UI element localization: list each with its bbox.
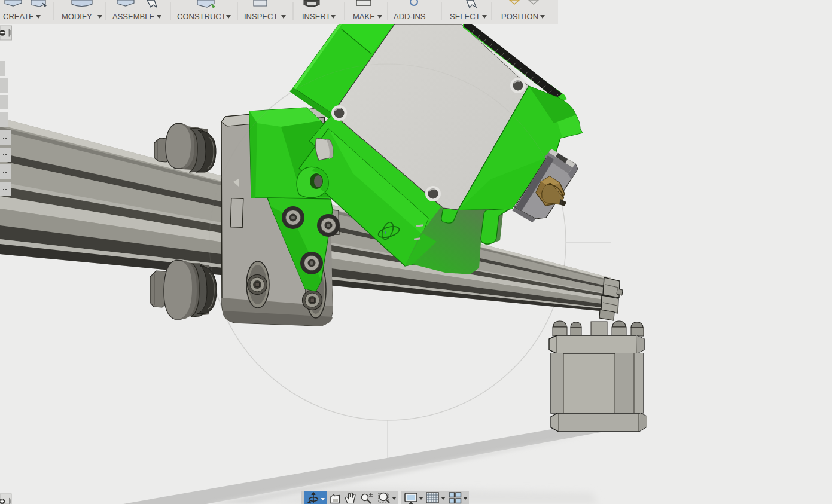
svg-text:CONSTRUCT: CONSTRUCT (177, 12, 226, 21)
svg-text:MAKE: MAKE (353, 12, 375, 21)
svg-text:INSERT: INSERT (302, 12, 330, 21)
svg-text:ADD-INS: ADD-INS (394, 12, 426, 21)
svg-text:INSPECT: INSPECT (244, 12, 278, 21)
svg-text:ASSEMBLE: ASSEMBLE (112, 12, 154, 21)
svg-text:POSITION: POSITION (501, 12, 538, 21)
svg-text:SELECT: SELECT (450, 12, 480, 21)
svg-text:CREATE: CREATE (3, 12, 34, 21)
svg-text:MODIFY: MODIFY (62, 12, 92, 21)
